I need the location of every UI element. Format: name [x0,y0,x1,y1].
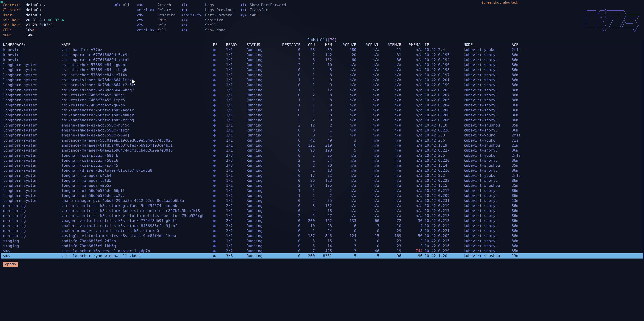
table-row[interactable]: longhorn-systemlonghorn-driver-deployer-… [1,168,643,173]
table-row[interactable]: longhorn-systeminstance-manager-5bc01eeb… [1,138,643,143]
table-row[interactable]: longhorn-systemcsi-attacher-57689cc84b-r… [1,67,643,72]
table-row[interactable]: vmsvirt-launcher-ryan-windows-11-zkdqk●3… [1,253,643,258]
column-header-name[interactable]: NAME [62,42,213,47]
menu-item-transfer[interactable]: <t>Transfer [240,8,286,12]
cell: Running [246,243,280,248]
menu-item-show-portforward[interactable]: <f>Show PortForward [240,3,286,8]
column-header-ip[interactable]: IP [422,42,464,47]
cell: n/a [401,98,422,103]
cell: n/a [401,103,422,108]
table-row[interactable]: longhorn-systemshare-manager-pvc-4bbd842… [1,198,643,203]
menu-item-logs[interactable]: <l>Logs [181,3,234,8]
column-header-status[interactable]: STATUS [246,42,280,47]
column-header-age[interactable]: AGE [512,42,643,47]
table-row[interactable]: longhorn-systemcsi-provisioner-6c78dcb66… [1,82,643,87]
table-row[interactable]: longhorn-systemlonghorn-manager-s4ch4●1/… [1,173,643,178]
column-header-ready[interactable]: READY [226,42,246,47]
menu-item-yaml[interactable]: <y>YAML [240,13,286,18]
cell: 1 [300,228,315,233]
cell: 2/2 [226,228,246,233]
table-row[interactable]: longhorn-systemlonghorn-ui-56d9b575dc-66… [1,188,643,193]
menu-item-all[interactable]: <0>all [114,3,130,8]
menu-item-edit[interactable]: <e>Edit [136,18,176,23]
breadcrumb-pod[interactable]: <pod> [3,262,18,267]
menu-item-kill[interactable]: <ctrl-k>Kill [136,28,176,33]
column-header-mem-r[interactable]: %MEM/R [379,42,401,47]
cell: Running [246,47,280,52]
table-row[interactable]: monitoringvictoria-metrics-k8s-stack-gra… [1,203,643,208]
table-row[interactable]: longhorn-systeminstance-manager-84ae2159… [1,148,643,153]
cell: 86m [512,203,643,208]
table-row[interactable]: monitoringvmsingle-victoria-metrics-k8s-… [1,233,643,238]
table-row[interactable]: longhorn-systemengine-image-ei-acb7590c-… [1,128,643,133]
table-row[interactable]: longhorn-systemcsi-resizer-7466f7b45f-lt… [1,98,643,103]
menu-item-shell[interactable]: <s>Shell [181,23,234,28]
table-row[interactable]: longhorn-systemlonghorn-csi-plugin-sxr45… [1,163,643,168]
table-row[interactable]: longhorn-systemcsi-attacher-57689cc84b-g… [1,62,643,67]
menu-item-describe[interactable]: <d>Describe [136,13,176,18]
port-forward-dot-icon: ● [213,143,226,148]
column-header-namespace[interactable]: NAMESPACE↑ [3,42,62,47]
table-row[interactable]: monitoringvmagent-victoria-metrics-k8s-s… [1,218,643,223]
menu-item-logs-previous[interactable]: <p>Logs Previous [181,8,234,12]
table-row[interactable]: kubevirtvirt-operator-6776f5689d-5zx9t●1… [1,52,643,57]
menu-item-show-node[interactable]: <o>Show Node [181,28,234,33]
column-header-restarts[interactable]: RESTARTS [280,42,300,47]
cell: 2 [300,153,315,158]
table-row[interactable]: stagingpodinfo-79db68f5c9-lkb6q●1/1Runni… [1,243,643,248]
table-row[interactable]: longhorn-systemengine-image-ei-acb7590c-… [1,133,643,138]
table-row[interactable]: longhorn-systemcsi-provisioner-6c78dcb66… [1,77,643,82]
cell: 1/1 [226,57,246,62]
column-header-cpu-l[interactable]: %CPU/L [356,42,379,47]
menu-desc: Describe [158,13,176,17]
cell: 96 [401,253,422,258]
column-header-mem-l[interactable]: %MEM/L [401,42,422,47]
table-row[interactable]: longhorn-systemcsi-resizer-7466f7b45f-86… [1,93,643,98]
table-row[interactable]: monitoringvmalert-victoria-metrics-k8s-s… [1,223,643,228]
cell: 10.42.0.208 [422,108,464,113]
table-row[interactable]: longhorn-systeminstance-manager-81fd5a40… [1,143,643,148]
cell: 1 [300,188,315,193]
table-row[interactable]: longhorn-systemcsi-snapshotter-58bf69fbd… [1,118,643,123]
table-row[interactable]: kubevirtvirt-handler-v77bz●1/1Running058… [1,47,643,52]
table-row[interactable]: longhorn-systemlonghorn-manager-tsld5●1/… [1,178,643,183]
column-header-cpu[interactable]: CPU [300,42,315,47]
menu-item-attach[interactable]: <a>Attach [136,3,176,8]
port-forward-dot-icon: ● [213,73,226,77]
table-row[interactable]: longhorn-systemlonghorn-csi-plugin-582c6… [1,158,643,163]
table-row[interactable]: longhorn-systemlonghorn-manager-vmp5z●1/… [1,183,643,188]
column-header-pf[interactable]: PF [213,42,226,47]
menu-item-port-forward[interactable]: <shift-f>Port-Forward [181,13,234,18]
column-header-mem[interactable]: MEM [315,42,332,47]
menu-item-help[interactable]: <?>Help [136,23,176,28]
cell: 2 [280,57,300,62]
table-row[interactable]: monitoringvmalertmanager-victoria-metric… [1,228,643,233]
cell: 187 [300,233,315,238]
table-row[interactable]: longhorn-systemcsi-snapshotter-58bf69fbd… [1,113,643,118]
column-header-node[interactable]: NODE [464,42,512,47]
table-row[interactable]: kubevirtvirt-operator-6776f5689d-xbtxl●1… [1,57,643,62]
cell: kubevirt-youko [464,153,512,158]
port-forward-dot-icon: ● [213,198,226,203]
table-row[interactable]: longhorn-systemlonghorn-csi-plugin-69tjb… [1,153,643,158]
cell: 2 [300,93,315,98]
table-row[interactable]: longhorn-systemengine-image-ei-acb7590c-… [1,123,643,128]
cell: Running [246,98,280,103]
table-row[interactable]: vmsvirt-launcher-k3s-test-1-master-1-j6p… [1,248,643,253]
cell: 86m [512,188,643,193]
table-row[interactable]: longhorn-systemcsi-attacher-57689cc84b-z… [1,73,643,77]
table-row[interactable]: longhorn-systemcsi-provisioner-6c78dcb66… [1,88,643,93]
table-row[interactable]: longhorn-systemlonghorn-ui-56d9b575dc-zw… [1,193,643,198]
table-row[interactable]: monitoringvictoria-metrics-k8s-stack-vic… [1,213,643,218]
menu-item-delete[interactable]: <ctrl-d>Delete [136,8,176,12]
menu-item-sanitize[interactable]: <z>Sanitize [181,18,234,23]
cell: 3 [300,203,315,208]
table-row[interactable]: stagingpodinfo-79db68f5c9-2d2dn●1/1Runni… [1,238,643,243]
cell: n/a [401,138,422,143]
table-row[interactable]: longhorn-systemcsi-snapshotter-58bf69fbd… [1,108,643,113]
table-row[interactable]: monitoringvictoria-metrics-k8s-stack-kub… [1,208,643,213]
table-row[interactable]: longhorn-systemcsi-resizer-7466f7b45f-q6… [1,103,643,108]
cell: longhorn-ui-56d9b575dc-zw2vz [62,193,213,198]
info-label: CPU: [3,28,26,33]
column-header-cpu-r[interactable]: %CPU/R [332,42,356,47]
